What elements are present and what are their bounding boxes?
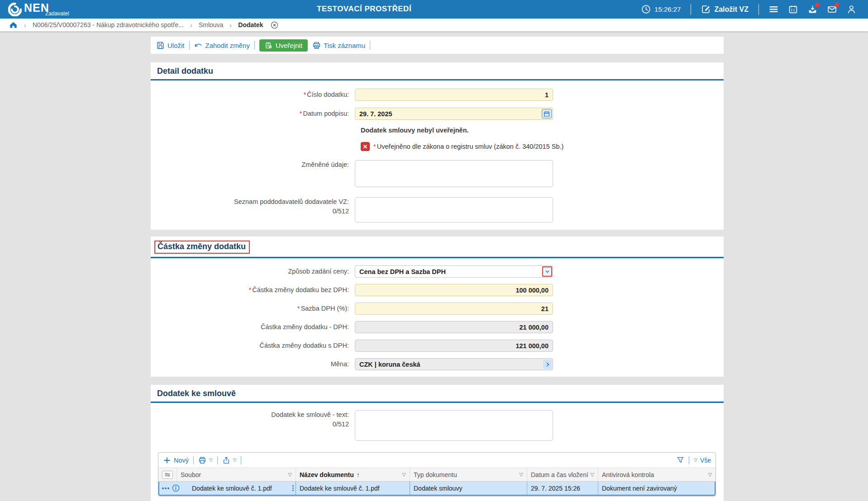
dodatek-text-counter: 0/512 <box>151 420 349 429</box>
home-icon[interactable] <box>9 21 18 29</box>
info-icon[interactable] <box>172 484 180 492</box>
zmenene-udaje-textarea[interactable] <box>355 160 553 187</box>
zpusob-zadani-value: Cena bez DPH a Sazba DPH <box>359 268 446 275</box>
user-icon[interactable] <box>847 5 856 14</box>
seznam-poddodavatelu-textarea[interactable] <box>355 197 553 222</box>
dropdown-button[interactable] <box>542 266 552 277</box>
sazba-dph-input[interactable]: 21 <box>355 302 553 315</box>
column-header-nazev[interactable]: Název dokumentu↑▽ <box>296 468 410 481</box>
breadcrumb-chevron-icon: › <box>24 21 26 29</box>
toolbar-separator <box>241 456 241 464</box>
discard-label: Zahodit změny <box>205 42 250 49</box>
cell-antivir[interactable]: Dokument není zavirovaný <box>598 482 715 495</box>
cell-nazev[interactable]: Dodatek ke smlouvě č. 1.pdf <box>296 482 410 495</box>
create-vz-button[interactable]: Založit VZ <box>701 5 749 14</box>
plus-icon <box>163 456 171 464</box>
new-document-button[interactable]: Nový <box>163 456 189 464</box>
seznam-poddodavatelu-label: Seznam poddodavatelů dodavatele VZ: 0/51… <box>151 197 355 216</box>
cell-soubor[interactable]: Dodatek ke smlouvě č. 1.pdf <box>185 482 296 495</box>
datepicker-button[interactable] <box>542 109 552 118</box>
cislo-dodatku-input[interactable]: 1 <box>355 89 553 101</box>
header-separator <box>758 4 759 15</box>
open-picker-button[interactable] <box>543 359 552 369</box>
column-header-typ[interactable]: Typ dokumentu▽ <box>410 468 527 481</box>
sazba-dph-value: 21 <box>541 305 548 312</box>
column-settings-header[interactable] <box>158 468 176 481</box>
toolbar-separator <box>193 456 194 464</box>
documents-table: Nový ▽ ▽ ▽ Vše <box>158 452 716 496</box>
new-document-label: Nový <box>174 457 189 464</box>
toolbar-separator <box>370 41 370 50</box>
seznam-counter: 0/512 <box>151 207 349 216</box>
row-menu-icon[interactable] <box>162 487 169 489</box>
column-filter-icon[interactable]: ▽ <box>402 472 406 477</box>
castka-s-dph-value: 121 000,00 <box>515 342 548 350</box>
breadcrumb-item-smlouva[interactable]: Smlouva <box>199 21 223 28</box>
publish-button[interactable]: Uveřejnit <box>259 39 308 52</box>
table-row[interactable]: Dodatek ke smlouvě č. 1.pdf Dodatek ke s… <box>158 482 715 496</box>
printer-icon <box>312 41 321 50</box>
environment-title: TESTOVACÍ PROSTŘEDÍ <box>317 5 411 14</box>
mena-label: Měna: <box>151 359 355 369</box>
mail-notification-dot <box>835 3 839 7</box>
undo-icon <box>194 41 203 50</box>
cell-typ[interactable]: Dodatek smlouvy <box>410 482 527 495</box>
discard-changes-button[interactable]: Zahodit změny <box>194 41 250 50</box>
section-title-highlighted: Částka změny dodatku <box>154 241 250 254</box>
table-header-row: Soubor▽ Název dokumentu↑▽ Typ dokumentu▽… <box>158 468 715 482</box>
dodatek-text-label: Dodatek ke smlouvě - text: 0/512 <box>151 410 355 429</box>
column-filter-icon[interactable]: ▽ <box>708 472 712 477</box>
calendar-icon[interactable] <box>788 5 798 14</box>
column-filter-icon[interactable]: ▽ <box>520 472 523 477</box>
column-filter-icon[interactable]: ▽ <box>288 472 292 477</box>
column-header-datum[interactable]: Datum a čas vložení▽ <box>527 468 598 481</box>
breadcrumb-item-dodatek: Dodatek <box>238 21 263 28</box>
chevron-down-icon <box>544 269 550 274</box>
caret-down-icon: ▽ <box>209 458 213 463</box>
clock-icon <box>641 5 651 14</box>
datum-podpisu-input[interactable]: 29. 7. 2025 <box>355 108 553 120</box>
table-export-button[interactable]: ▽ <box>222 456 237 464</box>
castka-bez-dph-value: 100 000,00 <box>515 287 548 294</box>
filter-icon[interactable] <box>677 456 684 464</box>
menu-icon[interactable] <box>769 5 778 14</box>
inbox-notification-dot <box>815 3 820 7</box>
table-print-button[interactable]: ▽ <box>198 456 213 464</box>
castka-bez-dph-input[interactable]: 100 000,00 <box>355 284 553 296</box>
zpusob-zadani-select[interactable]: Cena bez DPH a Sazba DPH <box>355 265 553 278</box>
cell-datum[interactable]: 29. 7. 2025 15:26 <box>527 482 598 495</box>
print-label: Tisk záznamu <box>324 42 365 49</box>
close-tab-icon[interactable] <box>271 21 278 29</box>
castka-bez-dph-label: *Částka změny dodatku bez DPH: <box>151 285 355 295</box>
save-icon <box>156 41 165 50</box>
drag-handle-icon[interactable] <box>292 485 294 491</box>
caret-down-icon: ▽ <box>233 458 237 463</box>
brand-subtitle: Zadavatel <box>45 10 69 17</box>
sazba-dph-label: *Sazba DPH (%): <box>151 304 355 313</box>
section-title: Detail dodatku <box>151 62 724 80</box>
save-button[interactable]: Uložit <box>156 41 185 50</box>
show-all-button[interactable]: ▽ Vše <box>694 457 711 464</box>
nen-brand[interactable]: NEN Zadavatel <box>0 0 91 19</box>
zpusob-zadani-label: Způsob zadání ceny: <box>151 267 355 276</box>
calendar-small-icon <box>544 111 550 117</box>
column-header-antivir[interactable]: Antivirová kontrola▽ <box>598 468 715 481</box>
error-x-icon: ✕ <box>361 142 370 151</box>
breadcrumb-item-contract[interactable]: N006/25/V00007263 - Nákup zdravotnického… <box>33 21 184 28</box>
registr-smluv-label: *Uveřejněno dle zákona o registru smluv … <box>373 143 563 150</box>
inbox-icon[interactable] <box>808 5 817 14</box>
column-config-icon <box>162 471 173 479</box>
mail-icon[interactable] <box>827 5 837 14</box>
column-header-soubor[interactable]: Soubor▽ <box>176 468 296 481</box>
export-icon <box>222 456 230 464</box>
column-filter-icon[interactable]: ▽ <box>591 472 594 477</box>
print-record-button[interactable]: Tisk záznamu <box>312 41 365 50</box>
nen-logo-icon <box>8 3 22 16</box>
dodatek-text-textarea[interactable] <box>355 410 553 441</box>
edit-icon <box>701 5 711 14</box>
toolbar-separator <box>689 456 689 464</box>
section-dodatek-ke-smlouve: Dodatek ke smlouvě Dodatek ke smlouvě - … <box>151 385 724 501</box>
datum-podpisu-value: 29. 7. 2025 <box>359 110 392 118</box>
mena-picker[interactable]: CZK | koruna česká <box>355 358 553 370</box>
sort-asc-icon: ↑ <box>357 471 360 478</box>
